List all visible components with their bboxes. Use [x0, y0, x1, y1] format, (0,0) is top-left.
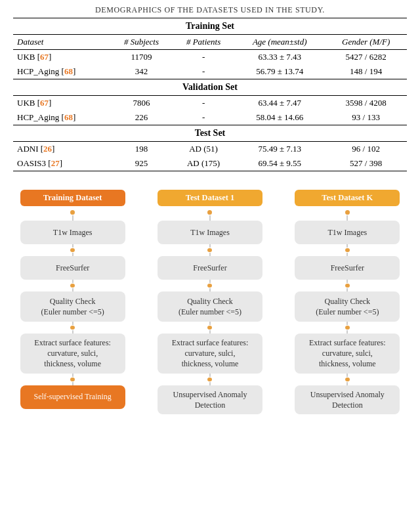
validation-set-header: Validation Set	[13, 79, 407, 96]
connector-3	[345, 280, 350, 291]
flow-column-testk: Test Dataset K T1w Images FreeSurfer Qua…	[285, 190, 410, 414]
connector-3	[207, 280, 212, 291]
test1-label: Test Dataset 1	[158, 190, 262, 206]
flow-step-t1w-testk: T1w Images	[295, 221, 400, 244]
connector-1	[207, 209, 212, 221]
testk-label: Test Dataset K	[295, 190, 400, 206]
connector-4	[345, 322, 350, 334]
flow-step-freesurfer-test1: FreeSurfer	[158, 256, 262, 280]
table-row: UKB [67] 11709 - 63.33 ± 7.43 5427 / 628…	[13, 50, 407, 65]
flow-column-test1: Test Dataset 1 T1w Images FreeSurfer Qua…	[148, 190, 272, 414]
connector-1	[70, 209, 75, 221]
connector-5	[70, 374, 75, 385]
connector-4	[70, 322, 75, 334]
flow-step-features-training: Extract surface features: curvature, sul…	[20, 334, 125, 374]
col-gender: Gender (M/F)	[325, 35, 407, 50]
flow-step-t1w-training: T1w Images	[20, 221, 125, 244]
flow-end-testk: Unsupervised Anomaly Detection	[295, 385, 400, 414]
col-subjects: # Subjects	[110, 35, 173, 50]
training-set-header: Training Set	[13, 18, 407, 35]
col-age: Age (mean±std)	[234, 35, 325, 50]
flow-step-qc-test1: Quality Check (Euler number <=5)	[158, 291, 262, 322]
flow-column-training: Training Dataset T1w Images FreeSurfer Q…	[10, 190, 135, 414]
table-row: OASIS3 [27] 925 AD (175) 69.54 ± 9.55 52…	[13, 156, 407, 171]
connector-3	[70, 280, 75, 291]
connector-4	[207, 322, 212, 334]
flow-diagram: Training Dataset T1w Images FreeSurfer Q…	[0, 178, 420, 421]
connector-2	[345, 244, 350, 256]
test-set-header: Test Set	[13, 125, 407, 142]
flow-step-freesurfer-testk: FreeSurfer	[295, 256, 400, 280]
training-label: Training Dataset	[20, 190, 125, 206]
connector-5	[207, 374, 212, 385]
connector-1	[345, 209, 350, 221]
col-dataset: Dataset	[13, 35, 110, 50]
flow-step-t1w-test1: T1w Images	[158, 221, 262, 244]
table-row: UKB [67] 7806 - 63.44 ± 7.47 3598 / 4208	[13, 96, 407, 111]
col-patients: # Patients	[173, 35, 234, 50]
table-row: ADNI [26] 198 AD (51) 75.49 ± 7.13 96 / …	[13, 142, 407, 157]
table-row: HCP_Aging [68] 226 - 58.04 ± 14.66 93 / …	[13, 110, 407, 125]
flow-step-qc-training: Quality Check (Euler number <=5)	[20, 291, 125, 322]
flow-step-features-testk: Extract surface features: curvature, sul…	[295, 334, 400, 374]
flow-end-training: Self-supervised Training	[20, 385, 125, 409]
data-table: Training Set Dataset # Subjects # Patien…	[0, 18, 420, 178]
flow-step-qc-testk: Quality Check (Euler number <=5)	[295, 291, 400, 322]
connector-2	[70, 244, 75, 256]
caption: Demographics of the datasets used in the…	[0, 0, 420, 18]
connector-2	[207, 244, 212, 256]
table-row: HCP_Aging [68] 342 - 56.79 ± 13.74 148 /…	[13, 64, 407, 79]
flow-step-freesurfer-training: FreeSurfer	[20, 256, 125, 280]
connector-5	[345, 374, 350, 385]
flow-step-features-test1: Extract surface features: curvature, sul…	[158, 334, 262, 374]
flow-end-test1: Unsupervised Anomaly Detection	[158, 385, 262, 414]
